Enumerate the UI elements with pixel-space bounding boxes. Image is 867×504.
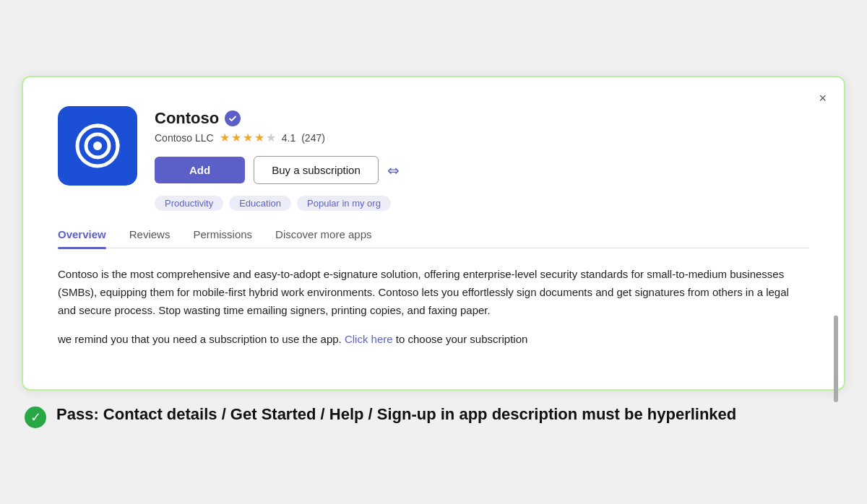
app-meta-row: Contoso LLC ★ ★ ★ ★ ★ 4.1 (247) [155, 131, 809, 144]
buy-subscription-button[interactable]: Buy a subscription [254, 156, 379, 184]
app-info: Contoso Contoso LLC ★ ★ ★ ★ ★ [155, 106, 809, 211]
paragraph2-after: to choose your subscription [393, 333, 528, 345]
tag-popular[interactable]: Popular in my org [297, 196, 391, 211]
app-logo [58, 106, 137, 186]
external-link-icon[interactable]: ⇔ [387, 162, 400, 179]
click-here-link[interactable]: Click here [345, 333, 393, 345]
app-title-row: Contoso [155, 109, 809, 128]
paragraph2-before: we remind you that you need a subscripti… [58, 333, 345, 345]
overview-paragraph-1: Contoso is the most comprehensive and ea… [58, 266, 809, 319]
tag-productivity[interactable]: Productivity [155, 196, 223, 211]
add-button[interactable]: Add [155, 157, 245, 183]
rating-count: (247) [301, 132, 325, 144]
tab-overview[interactable]: Overview [58, 228, 106, 248]
verified-icon [225, 110, 241, 126]
scrollbar[interactable] [834, 316, 838, 360]
svg-point-2 [93, 142, 102, 150]
close-button[interactable]: × [819, 92, 827, 105]
modal-card: × Contoso [22, 76, 845, 391]
app-header: Contoso Contoso LLC ★ ★ ★ ★ ★ [58, 106, 809, 211]
tags-row: Productivity Education Popular in my org [155, 196, 809, 211]
scrollbar-thumb[interactable] [834, 316, 838, 402]
star-2: ★ [231, 131, 241, 144]
tag-education[interactable]: Education [229, 196, 291, 211]
overview-content: Contoso is the most comprehensive and ea… [58, 248, 809, 349]
tab-reviews[interactable]: Reviews [129, 228, 171, 248]
tab-permissions[interactable]: Permissions [193, 228, 252, 248]
star-1: ★ [220, 131, 230, 144]
tab-discover-more-apps[interactable]: Discover more apps [275, 228, 371, 248]
pass-icon: ✓ [25, 407, 46, 428]
action-row: Add Buy a subscription ⇔ [155, 156, 809, 184]
star-4: ★ [254, 131, 264, 144]
overview-paragraph-2: we remind you that you need a subscripti… [58, 331, 809, 349]
pass-text: Pass: Contact details / Get Started / He… [56, 404, 736, 425]
star-5: ★ [266, 131, 276, 144]
app-vendor: Contoso LLC [155, 132, 214, 144]
stars: ★ ★ ★ ★ ★ [220, 131, 276, 144]
star-3: ★ [243, 131, 253, 144]
outer-wrapper: × Contoso [22, 76, 845, 428]
rating-value: 4.1 [282, 132, 296, 144]
tabs-row: Overview Reviews Permissions Discover mo… [58, 228, 809, 248]
pass-bar: ✓ Pass: Contact details / Get Started / … [22, 404, 845, 428]
app-title: Contoso [155, 109, 219, 128]
